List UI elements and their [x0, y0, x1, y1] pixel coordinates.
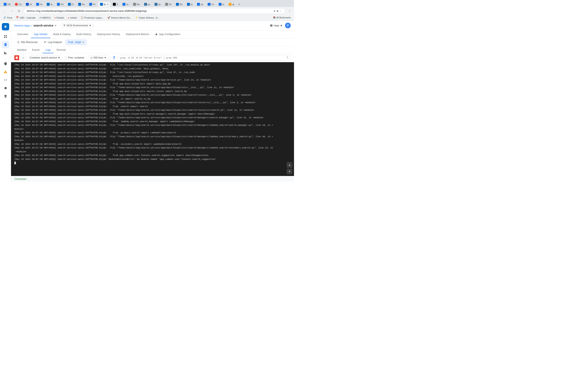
inner-tab-events[interactable]: Events: [29, 47, 43, 53]
download-icon: [112, 55, 116, 59]
container-value: search-service: [41, 56, 57, 59]
devtron-logo[interactable]: [2, 23, 9, 30]
tab-5[interactable]: ta: [45, 2, 54, 7]
tab-8[interactable]: De: [76, 2, 87, 7]
sidebar-icon-charts[interactable]: [2, 49, 9, 57]
tab-14[interactable]: py: [142, 2, 152, 7]
sidebar-icon-deployment[interactable]: [2, 41, 9, 48]
star-icon[interactable]: ★: [273, 9, 276, 12]
inner-tab-terminal[interactable]: Terminal: [53, 47, 68, 53]
tab-10-active[interactable]: ta✕: [98, 2, 111, 7]
extensions-icon[interactable]: ■: [277, 9, 278, 12]
bookmark-devtron-merch[interactable]: 🚀 Devtron Merch Ser...: [106, 16, 133, 20]
tab-deployment-history[interactable]: Deployment History: [94, 31, 123, 38]
sidebar-icon-settings[interactable]: [2, 84, 9, 92]
sub-tab-log-analyzer-label: Log Analyzer: [48, 41, 62, 44]
sidebar-icon-security[interactable]: [2, 60, 9, 67]
scroll-up-button[interactable]: ▲: [287, 162, 292, 168]
inner-tab-manifest[interactable]: Manifest: [14, 47, 29, 53]
bookmark-icon: ●: [54, 17, 56, 19]
tab-build-deploy[interactable]: Build & Deploy: [51, 31, 73, 38]
lines-selector[interactable]: 500 lines ▼: [88, 55, 109, 60]
reload-button[interactable]: ↻: [16, 8, 22, 14]
tab-18[interactable]: ta: [185, 2, 195, 7]
tab-bar: 1M Ca Id Fa ta 1N Cl De Fe ta✕ X hc Ba p…: [0, 0, 294, 7]
address-bar[interactable]: devtron.1mg.com/dashboard/app/1106/detai…: [24, 8, 285, 14]
prev-container-checkbox[interactable]: Prev. container: [64, 56, 85, 59]
sidebar-icon-apps[interactable]: [2, 33, 9, 40]
bookmark-faster[interactable]: ⚡ Faster Delivery - A...: [134, 16, 161, 20]
sub-tab-close-button[interactable]: ✕: [82, 41, 84, 43]
sub-tab-pod[interactable]: Pod/...b2jqk ✕: [66, 40, 86, 45]
log-line: [May 16 2024 20:07:38 GMT+0530] search-s…: [11, 78, 294, 82]
svg-point-5: [18, 42, 19, 43]
tab-2[interactable]: Ca: [13, 2, 24, 7]
chrome-menu-button[interactable]: ⋮: [287, 8, 292, 14]
bookmark-flock[interactable]: 🔗 Flock: [2, 16, 14, 20]
stop-button[interactable]: [14, 55, 19, 60]
bookmark-production[interactable]: 📋 Production suppo...: [79, 16, 105, 20]
log-line: module>: [11, 138, 294, 142]
new-tab-button[interactable]: +: [237, 2, 242, 7]
stop-icon: [16, 57, 18, 59]
log-area[interactable]: [May 16 2024 20:07:38 GMT+0530] search-s…: [11, 62, 294, 176]
tab-9[interactable]: Fe: [87, 2, 98, 7]
lines-icon: [90, 57, 93, 59]
back-button[interactable]: ←: [2, 8, 7, 14]
sub-tab-log-analyzer[interactable]: Log Analyzer: [41, 40, 65, 45]
tab-16[interactable]: Ve: [163, 2, 173, 7]
tab-1[interactable]: 1M: [2, 2, 12, 7]
lines-dropdown-icon: ▼: [104, 56, 107, 59]
sub-tab-k8s-resources[interactable]: K8s Resources: [14, 40, 40, 45]
pause-button[interactable]: [21, 55, 26, 60]
tab-13[interactable]: Ba: [131, 2, 141, 7]
search-help-icon[interactable]: ?: [287, 56, 288, 59]
forward-button[interactable]: →: [9, 8, 15, 14]
tab-12[interactable]: hc: [121, 2, 131, 7]
tab-overview[interactable]: Overview: [14, 31, 31, 38]
tab-app-configuration[interactable]: App Configuration: [152, 31, 183, 38]
container-selector[interactable]: Container search-service ▼: [27, 55, 62, 60]
bookmark-redash2[interactable]: ● redash: [66, 16, 78, 20]
log-line: [May 16 2024 20:07:38 GMT+0530] search-s…: [11, 71, 294, 75]
tab-4[interactable]: Fa: [34, 2, 44, 7]
tab-19[interactable]: sp: [195, 2, 205, 7]
user-avatar[interactable]: P: [285, 23, 291, 28]
tab-deployment-metrics[interactable]: Deployment Metrics: [123, 31, 152, 38]
lines-label: 500 lines: [94, 56, 103, 59]
inner-tab-logs[interactable]: Logs: [43, 47, 53, 53]
download-button[interactable]: [112, 55, 116, 60]
sidebar-icon-layers[interactable]: [2, 92, 9, 100]
sidebar-icon-code[interactable]: [2, 76, 9, 83]
svg-rect-3: [4, 37, 5, 38]
tab-22[interactable]: gi: [227, 2, 236, 7]
scroll-down-button[interactable]: ▼: [287, 169, 292, 174]
layers-icon: [4, 94, 7, 98]
log-line: [May 16 2024 20:07:38 GMT+0530] search-s…: [11, 97, 294, 101]
tab-3[interactable]: Id: [24, 2, 34, 7]
breadcrumb-app-link[interactable]: Devtron Apps: [14, 24, 30, 27]
log-line: [May 16 2024 20:07:38 GMT+0530] search-s…: [11, 154, 294, 157]
log-line: [May 16 2024 20:07:38 GMT+0530] search-s…: [11, 131, 294, 135]
log-search-box[interactable]: grep -A 10 -B 20 "Server Error" | grep 5…: [118, 55, 291, 60]
tab-6[interactable]: 1N: [55, 2, 66, 7]
tab-11[interactable]: X: [111, 2, 120, 7]
svg-rect-2: [6, 35, 7, 36]
bookmark-redash[interactable]: ● Redash: [53, 16, 66, 20]
tab-21[interactable]: re: [217, 2, 226, 7]
bookmark-merch[interactable]: 🏷 MERCH: [38, 16, 52, 20]
env-selector[interactable]: 16/16 Environments ▼: [61, 23, 94, 28]
sidebar-icon-warning[interactable]: [2, 68, 9, 75]
bookmark-calendar[interactable]: 📅 1MG - Calendar: [14, 16, 37, 20]
breadcrumb-dropdown-icon[interactable]: ▼: [55, 25, 57, 27]
tab-build-history[interactable]: Build History: [73, 31, 94, 38]
help-button[interactable]: Help ▼: [270, 24, 283, 27]
tab-7[interactable]: Cl: [66, 2, 76, 7]
tab-17[interactable]: De: [174, 2, 185, 7]
all-bookmarks-button[interactable]: 📚 All Bookmarks: [271, 16, 292, 20]
tab-20[interactable]: Co: [206, 2, 216, 7]
menu-icon[interactable]: ⋮: [279, 9, 282, 12]
log-line: [May 16 2024 20:07:38 GMT+0530] search-s…: [11, 123, 294, 127]
tab-app-details[interactable]: App Details: [31, 31, 50, 38]
tab-15[interactable]: py: [153, 2, 163, 7]
